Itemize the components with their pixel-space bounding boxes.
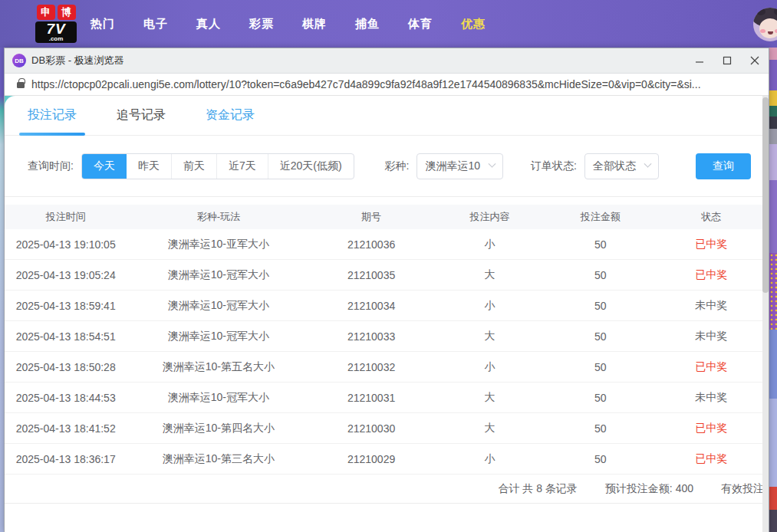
nav-item[interactable]: 真人 [196,17,221,31]
nav-item[interactable]: 电子 [143,17,168,31]
cell-game: 澳洲幸运10-冠军大小 [127,299,310,313]
cell-status: 已中奖 [654,238,769,251]
bet-records-table: 投注时间彩种-玩法期号投注内容投注金额状态 2025-04-13 19:10:0… [5,205,769,475]
lottery-select[interactable]: 澳洲幸运10 [416,153,503,179]
cell-content: 大 [433,422,547,435]
table-row: 2025-04-13 18:44:53澳洲幸运10-冠军大小21210031大5… [5,383,769,413]
cell-time: 2025-04-13 18:41:52 [5,422,127,435]
search-button[interactable]: 查询 [696,153,751,179]
cell-game: 澳洲幸运10-冠军大小 [127,330,310,343]
cell-game: 澳洲幸运10-亚军大小 [127,238,310,251]
table-row: 2025-04-13 18:54:51澳洲幸运10-冠军大小21210033大5… [5,321,769,352]
cell-time: 2025-04-13 18:36:17 [5,453,127,465]
column-header: 状态 [654,210,769,224]
window-title-bar[interactable]: DB DB彩票 - 极速浏览器 [5,48,769,74]
cell-content: 小 [433,299,547,313]
summary-total-count: 合计 共 8 条记录 [498,482,577,496]
order-status-select[interactable]: 全部状态 [584,153,659,179]
cell-content: 大 [433,268,547,282]
background-strip-block [769,48,777,60]
window-title: DB彩票 - 极速浏览器 [31,54,124,67]
cell-content: 小 [433,452,547,466]
page-content: 投注记录追号记录资金记录 查询时间: 今天昨天前天近7天近20天(低频) 彩种:… [5,96,769,532]
cell-amount: 50 [547,238,654,251]
cell-status: 已中奖 [654,268,769,282]
avatar-blush-left [760,29,765,33]
close-icon [750,56,759,65]
summary-valid-amount: 有效投注金额 [721,482,769,496]
window-controls [686,48,769,73]
time-option[interactable]: 昨天 [127,154,171,179]
maximize-icon [723,56,732,65]
cell-status: 已中奖 [654,452,769,466]
nav-item[interactable]: 棋牌 [302,17,327,31]
tab-资金记录[interactable]: 资金记录 [206,96,255,135]
background-strip-block [769,60,777,90]
background-page-right-edge [769,48,777,532]
cell-game: 澳洲幸运10-第四名大小 [127,422,310,435]
cell-issue: 21210035 [310,269,432,281]
record-tabs: 投注记录追号记录资金记录 [5,96,769,136]
cell-time: 2025-04-13 18:50:28 [5,361,127,373]
background-strip-block [769,144,777,180]
column-header: 投注金额 [547,210,654,224]
background-strip-block [769,180,777,253]
cell-content: 小 [433,238,547,251]
background-strip-block [769,487,777,510]
lottery-select-value: 澳洲幸运10 [425,159,480,173]
background-strip-block [769,129,777,144]
table-row: 2025-04-13 18:36:17澳洲幸运10-第三名大小21210029小… [5,444,769,475]
column-header: 投注内容 [433,210,547,224]
site-menu: 热门电子真人彩票棋牌捕鱼体育优惠 [91,0,486,48]
cell-amount: 50 [547,422,654,435]
scrollbar-thumb[interactable] [762,97,769,293]
lock-icon [17,82,25,88]
cell-status: 已中奖 [654,422,769,435]
filter-bar: 查询时间: 今天昨天前天近7天近20天(低频) 彩种: 澳洲幸运10 订单状态:… [5,136,769,197]
cell-time: 2025-04-13 19:05:24 [5,269,127,281]
url-text[interactable]: https://ctopcp02pcali.uengi5e.com/lotter… [31,78,701,90]
time-option[interactable]: 今天 [82,154,127,179]
minimize-button[interactable] [686,48,713,73]
cell-amount: 50 [547,361,654,373]
order-status-select-value: 全部状态 [593,159,636,173]
cell-amount: 50 [547,453,654,465]
close-button[interactable] [741,48,769,73]
avatar[interactable] [753,8,777,41]
cell-game: 澳洲幸运10-第五名大小 [127,360,310,374]
time-option[interactable]: 近7天 [216,154,268,179]
cell-issue: 21210030 [310,422,432,435]
address-bar[interactable]: https://ctopcp02pcali.uengi5e.com/lotter… [5,74,769,96]
site-top-nav: 申 博 7V .com 热门电子真人彩票棋牌捕鱼体育优惠 [0,0,777,48]
cell-time: 2025-04-13 19:10:05 [5,238,127,251]
background-strip-block [769,253,777,330]
maximize-button[interactable] [713,48,741,73]
scrollbar[interactable] [762,96,769,532]
cell-game: 澳洲幸运10-冠军大小 [127,391,310,405]
cell-time: 2025-04-13 18:44:53 [5,392,127,404]
time-option[interactable]: 前天 [171,154,216,179]
avatar-face [759,18,777,38]
screen: 申 博 7V .com 热门电子真人彩票棋牌捕鱼体育优惠 DB DB彩票 - 极… [0,0,777,532]
column-header: 彩种-玩法 [127,210,310,224]
column-header: 期号 [310,210,432,224]
browser-window: DB DB彩票 - 极速浏览器 https://ctopcp02pcali.ue… [4,48,769,532]
nav-item[interactable]: 捕鱼 [355,17,380,31]
summary-expected-amount: 预计投注金额: 400 [605,482,693,496]
tab-追号记录[interactable]: 追号记录 [117,96,166,135]
cell-amount: 50 [547,300,654,312]
time-filter-label: 查询时间: [28,159,74,173]
nav-item[interactable]: 体育 [408,17,433,31]
nav-item[interactable]: 优惠 [461,17,486,31]
time-option[interactable]: 近20天(低频) [268,154,354,179]
lottery-filter-label: 彩种: [385,159,410,173]
tab-投注记录[interactable]: 投注记录 [28,96,77,135]
table-body: 2025-04-13 19:10:05澳洲幸运10-亚军大小21210036小5… [5,229,769,475]
app-icon: DB [12,54,26,67]
nav-item[interactable]: 热门 [91,17,115,31]
cell-amount: 50 [547,330,654,343]
nav-item[interactable]: 彩票 [249,17,274,31]
cell-issue: 21210034 [310,300,432,312]
cell-amount: 50 [547,269,654,281]
site-logo[interactable]: 申 博 7V .com [35,5,77,43]
